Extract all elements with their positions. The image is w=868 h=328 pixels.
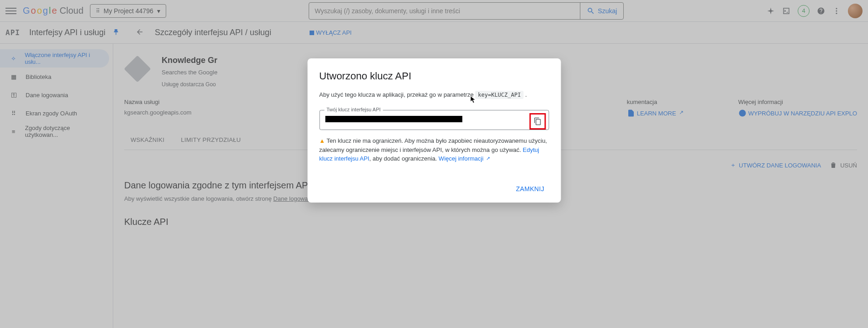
- warning-icon: ▲: [319, 137, 325, 144]
- copy-icon: [533, 117, 542, 125]
- api-key-value-redacted: [325, 116, 462, 122]
- dialog-instruction: Aby użyć tego klucza w aplikacji, przeka…: [319, 91, 549, 98]
- api-key-field: Twój klucz interfejsu API: [319, 110, 549, 130]
- field-label: Twój klucz interfejsu API: [324, 107, 383, 112]
- param-code: key=KLUCZ_API: [475, 91, 524, 99]
- more-info-link[interactable]: Więcej informacji: [439, 155, 490, 162]
- copy-key-button[interactable]: [529, 113, 546, 130]
- dialog-warning: ▲ Ten klucz nie ma ograniczeń. Aby można…: [319, 136, 549, 163]
- api-key-created-dialog: Utworzono klucz API Aby użyć tego klucza…: [307, 58, 561, 203]
- close-button[interactable]: ZAMKNIJ: [511, 182, 549, 196]
- dialog-title: Utworzono klucz API: [319, 70, 549, 82]
- external-icon: [485, 156, 490, 161]
